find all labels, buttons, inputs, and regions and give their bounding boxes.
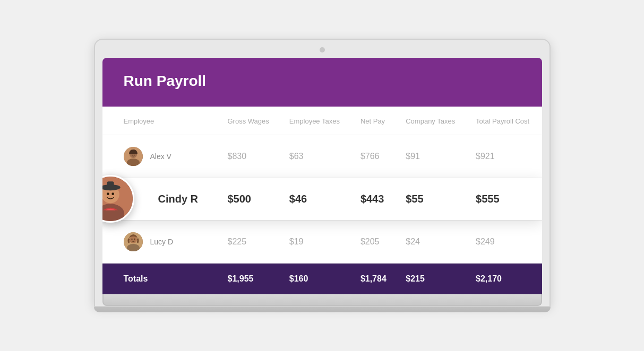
app-header: Run Payroll — [102, 58, 542, 107]
payroll-table: Employee Gross Wages Employee Taxes Net … — [102, 107, 542, 294]
svg-point-16 — [134, 239, 135, 240]
table-row[interactable]: Alex V $830 $63 $766 $91 $921 — [102, 135, 542, 178]
totals-row: Totals $1,955 $160 $1,784 $215 $2,170 — [102, 263, 542, 294]
employee-cell: Lucy D — [102, 221, 219, 263]
employee-cell: Cindy R — [102, 178, 219, 220]
laptop-screen: Run Payroll Employee Gross Wages Employe… — [94, 39, 551, 307]
employee-name: Lucy D — [150, 238, 174, 246]
cindy-avatar-icon — [102, 175, 133, 223]
company-taxes-cell: $24 — [397, 220, 467, 263]
employee-cell: Alex V — [102, 135, 219, 178]
company-taxes-cell: $91 — [397, 135, 467, 178]
laptop-notch — [320, 47, 325, 52]
lucy-avatar-icon — [124, 232, 143, 251]
employee-name: Cindy R — [158, 193, 199, 205]
col-header-net-pay: Net Pay — [352, 107, 397, 135]
gross-wages-cell: $830 — [219, 135, 281, 178]
table-header-row: Employee Gross Wages Employee Taxes Net … — [102, 107, 542, 135]
col-header-gross-wages: Gross Wages — [219, 107, 281, 135]
net-pay-cell: $443 — [352, 178, 397, 220]
total-payroll-cost-cell: $249 — [467, 220, 542, 263]
table-row[interactable]: Cindy R $500 $46 $443 $55 $555 — [102, 178, 542, 220]
totals-company-taxes: $215 — [397, 263, 467, 294]
avatar — [124, 232, 143, 251]
net-pay-cell: $766 — [352, 135, 397, 178]
col-header-total-payroll-cost: Total Payroll Cost — [467, 107, 542, 135]
employee-taxes-cell: $19 — [281, 220, 352, 263]
totals-net-pay: $1,784 — [352, 263, 397, 294]
table-row[interactable]: Lucy D $225 $19 $205 $24 $249 — [102, 220, 542, 263]
alex-avatar-icon — [124, 147, 143, 166]
svg-point-10 — [107, 193, 109, 196]
col-header-employee-taxes: Employee Taxes — [281, 107, 352, 135]
payroll-table-container: Employee Gross Wages Employee Taxes Net … — [102, 107, 542, 294]
page-title: Run Payroll — [124, 73, 521, 90]
avatar — [124, 147, 143, 166]
laptop-base — [102, 294, 542, 306]
company-taxes-cell: $55 — [397, 178, 467, 220]
totals-gross-wages: $1,955 — [219, 263, 281, 294]
totals-label: Totals — [102, 263, 219, 294]
gross-wages-cell: $500 — [219, 178, 281, 220]
col-header-employee: Employee — [102, 107, 219, 135]
laptop-foot — [94, 307, 551, 312]
totals-employee-taxes: $160 — [281, 263, 352, 294]
total-payroll-cost-cell: $921 — [467, 135, 542, 178]
screen-content: Run Payroll Employee Gross Wages Employe… — [102, 58, 542, 294]
net-pay-cell: $205 — [352, 220, 397, 263]
gross-wages-cell: $225 — [219, 220, 281, 263]
totals-total-payroll-cost: $2,170 — [467, 263, 542, 294]
svg-point-15 — [131, 239, 132, 240]
employee-taxes-cell: $63 — [281, 135, 352, 178]
svg-point-13 — [130, 236, 137, 243]
col-header-company-taxes: Company Taxes — [397, 107, 467, 135]
svg-rect-9 — [107, 182, 114, 189]
employee-name: Alex V — [150, 152, 171, 161]
svg-point-11 — [111, 193, 114, 196]
avatar — [102, 175, 134, 223]
total-payroll-cost-cell: $555 — [467, 178, 542, 220]
laptop-wrapper: Run Payroll Employee Gross Wages Employe… — [57, 39, 588, 312]
employee-taxes-cell: $46 — [281, 178, 352, 220]
